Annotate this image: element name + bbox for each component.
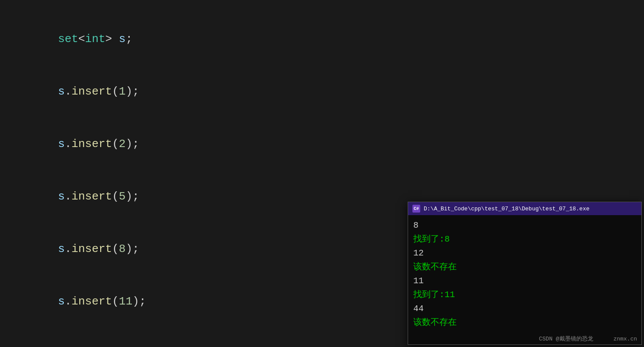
terminal-line-1: 8 bbox=[413, 219, 636, 232]
terminal-title: D:\A_Bit_Code\cpp\test_07_18\Debug\test_… bbox=[424, 206, 589, 212]
terminal-line-3: 12 bbox=[413, 246, 636, 260]
terminal-window: C# D:\A_Bit_Code\cpp\test_07_18\Debug\te… bbox=[408, 202, 642, 345]
terminal-line-8: 该数不存在 bbox=[413, 316, 636, 330]
terminal-footer: CSDN @戴墨镜的恐龙 znmx.cn bbox=[408, 333, 641, 344]
terminal-body: 8 找到了:8 12 该数不存在 11 找到了:11 44 该数不存在 bbox=[408, 215, 641, 333]
code-line-1: set<int> s; bbox=[17, 13, 627, 65]
terminal-titlebar: C# D:\A_Bit_Code\cpp\test_07_18\Debug\te… bbox=[408, 202, 641, 215]
terminal-line-5: 11 bbox=[413, 274, 636, 288]
terminal-line-7: 44 bbox=[413, 302, 636, 316]
main-container: set<int> s; s.insert(1); s.insert(2); s.… bbox=[0, 0, 644, 347]
terminal-line-4: 该数不存在 bbox=[413, 260, 636, 274]
terminal-icon: C# bbox=[412, 205, 420, 213]
terminal-watermark: CSDN @戴墨镜的恐龙 znmx.cn bbox=[539, 335, 637, 343]
terminal-line-6: 找到了:11 bbox=[413, 288, 636, 302]
code-line-3: s.insert(2); bbox=[17, 118, 627, 170]
code-line-2: s.insert(1); bbox=[17, 65, 627, 118]
terminal-line-2: 找到了:8 bbox=[413, 232, 636, 246]
